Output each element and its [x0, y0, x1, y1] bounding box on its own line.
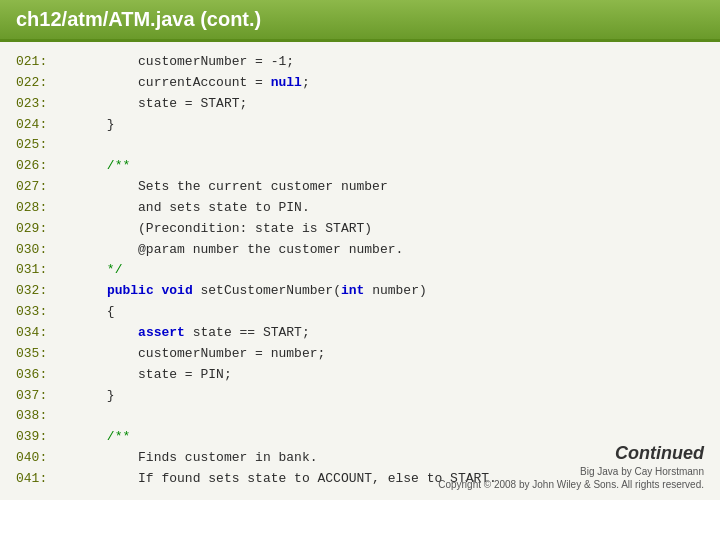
line-code: customerNumber = number;	[76, 344, 704, 365]
line-code: @param number the customer number.	[76, 240, 704, 261]
line-number: 026:	[16, 156, 76, 177]
line-code: */	[76, 260, 704, 281]
line-code: assert state == START;	[76, 323, 704, 344]
line-number: 030:	[16, 240, 76, 261]
line-number: 031:	[16, 260, 76, 281]
line-number: 023:	[16, 94, 76, 115]
line-number: 028:	[16, 198, 76, 219]
table-row: 036: state = PIN;	[16, 365, 704, 386]
line-number: 034:	[16, 323, 76, 344]
line-number: 024:	[16, 115, 76, 136]
table-row: 029: (Precondition: state is START)	[16, 219, 704, 240]
line-code: state = START;	[76, 94, 704, 115]
line-code: }	[76, 115, 704, 136]
line-number: 040:	[16, 448, 76, 469]
table-row: 034: assert state == START;	[16, 323, 704, 344]
line-number: 037:	[16, 386, 76, 407]
line-code: (Precondition: state is START)	[76, 219, 704, 240]
line-number: 029:	[16, 219, 76, 240]
page-title: ch12/atm/ATM.java (cont.)	[16, 8, 704, 31]
table-row: 028: and sets state to PIN.	[16, 198, 704, 219]
table-row: 038:	[16, 406, 704, 427]
line-number: 038:	[16, 406, 76, 427]
line-code: and sets state to PIN.	[76, 198, 704, 219]
line-code: {	[76, 302, 704, 323]
book-label: Big Java by Cay Horstmann	[438, 466, 704, 477]
line-code	[76, 406, 704, 427]
table-row: 035: customerNumber = number;	[16, 344, 704, 365]
line-code: customerNumber = -1;	[76, 52, 704, 73]
table-row: 025:	[16, 135, 704, 156]
footer: Continued Big Java by Cay Horstmann Copy…	[438, 443, 704, 490]
title-bar: ch12/atm/ATM.java (cont.)	[0, 0, 720, 42]
table-row: 022: currentAccount = null;	[16, 73, 704, 94]
line-code: public void setCustomerNumber(int number…	[76, 281, 704, 302]
line-code: }	[76, 386, 704, 407]
continued-label: Continued	[438, 443, 704, 464]
table-row: 023: state = START;	[16, 94, 704, 115]
line-number: 035:	[16, 344, 76, 365]
line-number: 022:	[16, 73, 76, 94]
table-row: 024: }	[16, 115, 704, 136]
line-number: 033:	[16, 302, 76, 323]
line-code: /**	[76, 156, 704, 177]
content-area: 021: customerNumber = -1;022: currentAcc…	[0, 42, 720, 500]
line-code: state = PIN;	[76, 365, 704, 386]
table-row: 037: }	[16, 386, 704, 407]
line-code: currentAccount = null;	[76, 73, 704, 94]
line-number: 021:	[16, 52, 76, 73]
table-row: 031: */	[16, 260, 704, 281]
line-number: 039:	[16, 427, 76, 448]
table-row: 027: Sets the current customer number	[16, 177, 704, 198]
table-row: 033: {	[16, 302, 704, 323]
line-number: 025:	[16, 135, 76, 156]
line-code: Sets the current customer number	[76, 177, 704, 198]
table-row: 030: @param number the customer number.	[16, 240, 704, 261]
table-row: 021: customerNumber = -1;	[16, 52, 704, 73]
line-number: 027:	[16, 177, 76, 198]
line-number: 036:	[16, 365, 76, 386]
line-code	[76, 135, 704, 156]
table-row: 032: public void setCustomerNumber(int n…	[16, 281, 704, 302]
table-row: 026: /**	[16, 156, 704, 177]
line-number: 041:	[16, 469, 76, 490]
code-table: 021: customerNumber = -1;022: currentAcc…	[16, 52, 704, 490]
copyright-label: Copyright © 2008 by John Wiley & Sons. A…	[438, 479, 704, 490]
line-number: 032:	[16, 281, 76, 302]
